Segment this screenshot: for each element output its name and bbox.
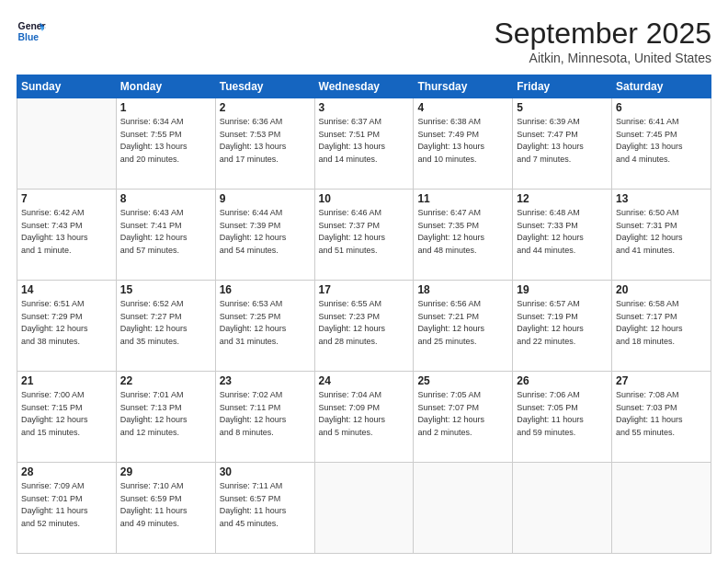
day-number: 22 [120,374,211,387]
day-cell: 16Sunrise: 6:53 AMSunset: 7:25 PMDayligh… [215,281,314,372]
day-info: Sunrise: 6:43 AMSunset: 7:41 PMDaylight:… [120,207,211,257]
day-cell [414,463,513,554]
day-number: 10 [319,192,410,205]
day-info: Sunrise: 6:37 AMSunset: 7:51 PMDaylight:… [319,116,410,166]
day-cell: 9Sunrise: 6:44 AMSunset: 7:39 PMDaylight… [215,190,314,281]
day-cell: 3Sunrise: 6:37 AMSunset: 7:51 PMDaylight… [314,98,414,190]
svg-text:Blue: Blue [18,32,40,42]
day-cell: 28Sunrise: 7:09 AMSunset: 7:01 PMDayligh… [17,463,117,554]
day-cell: 5Sunrise: 6:39 AMSunset: 7:47 PMDaylight… [513,98,612,190]
day-cell: 26Sunrise: 7:06 AMSunset: 7:05 PMDayligh… [513,372,612,463]
day-number: 24 [319,374,410,387]
day-number: 9 [220,192,311,205]
day-cell [612,463,711,554]
day-cell: 1Sunrise: 6:34 AMSunset: 7:55 PMDaylight… [116,98,215,190]
logo-icon: General Blue [17,17,46,46]
day-number: 16 [220,283,311,296]
day-number: 29 [120,465,211,478]
day-info: Sunrise: 7:01 AMSunset: 7:13 PMDaylight:… [120,389,211,439]
day-info: Sunrise: 7:05 AMSunset: 7:07 PMDaylight:… [417,389,508,439]
col-monday: Monday [116,75,215,98]
day-cell [17,98,117,190]
week-row-1: 1Sunrise: 6:34 AMSunset: 7:55 PMDaylight… [17,98,711,190]
main-title: September 2025 [494,17,711,51]
col-saturday: Saturday [612,75,711,98]
day-info: Sunrise: 7:00 AMSunset: 7:15 PMDaylight:… [21,389,112,439]
title-block: September 2025 Aitkin, Minnesota, United… [494,17,711,65]
week-row-3: 14Sunrise: 6:51 AMSunset: 7:29 PMDayligh… [17,281,711,372]
day-cell: 29Sunrise: 7:10 AMSunset: 6:59 PMDayligh… [116,463,215,554]
day-cell: 12Sunrise: 6:48 AMSunset: 7:33 PMDayligh… [513,190,612,281]
day-number: 11 [417,192,508,205]
day-number: 26 [517,374,608,387]
day-number: 7 [21,192,112,205]
day-cell [513,463,612,554]
week-row-4: 21Sunrise: 7:00 AMSunset: 7:15 PMDayligh… [17,372,711,463]
day-info: Sunrise: 6:56 AMSunset: 7:21 PMDaylight:… [417,298,508,348]
day-info: Sunrise: 6:38 AMSunset: 7:49 PMDaylight:… [417,116,508,166]
day-cell: 23Sunrise: 7:02 AMSunset: 7:11 PMDayligh… [215,372,314,463]
day-info: Sunrise: 7:02 AMSunset: 7:11 PMDaylight:… [220,389,311,439]
day-cell: 11Sunrise: 6:47 AMSunset: 7:35 PMDayligh… [414,190,513,281]
day-info: Sunrise: 6:52 AMSunset: 7:27 PMDaylight:… [120,298,211,348]
day-cell: 13Sunrise: 6:50 AMSunset: 7:31 PMDayligh… [612,190,711,281]
day-cell: 20Sunrise: 6:58 AMSunset: 7:17 PMDayligh… [612,281,711,372]
day-info: Sunrise: 7:08 AMSunset: 7:03 PMDaylight:… [616,389,707,439]
day-info: Sunrise: 6:44 AMSunset: 7:39 PMDaylight:… [220,207,311,257]
day-number: 18 [417,283,508,296]
day-cell: 14Sunrise: 6:51 AMSunset: 7:29 PMDayligh… [17,281,117,372]
day-number: 19 [517,283,608,296]
day-number: 17 [319,283,410,296]
day-info: Sunrise: 6:46 AMSunset: 7:37 PMDaylight:… [319,207,410,257]
day-cell: 27Sunrise: 7:08 AMSunset: 7:03 PMDayligh… [612,372,711,463]
day-number: 25 [417,374,508,387]
logo: General Blue [17,17,46,46]
day-info: Sunrise: 6:48 AMSunset: 7:33 PMDaylight:… [517,207,608,257]
day-number: 12 [517,192,608,205]
day-cell: 30Sunrise: 7:11 AMSunset: 6:57 PMDayligh… [215,463,314,554]
day-info: Sunrise: 6:36 AMSunset: 7:53 PMDaylight:… [220,116,311,166]
col-wednesday: Wednesday [314,75,414,98]
day-info: Sunrise: 6:39 AMSunset: 7:47 PMDaylight:… [517,116,608,166]
day-number: 8 [120,192,211,205]
day-cell: 4Sunrise: 6:38 AMSunset: 7:49 PMDaylight… [414,98,513,190]
day-info: Sunrise: 6:34 AMSunset: 7:55 PMDaylight:… [120,116,211,166]
col-tuesday: Tuesday [215,75,314,98]
day-info: Sunrise: 6:42 AMSunset: 7:43 PMDaylight:… [21,207,112,257]
day-info: Sunrise: 7:11 AMSunset: 6:57 PMDaylight:… [220,480,311,530]
page: General Blue September 2025 Aitkin, Minn… [0,0,728,563]
week-row-5: 28Sunrise: 7:09 AMSunset: 7:01 PMDayligh… [17,463,711,554]
day-info: Sunrise: 6:53 AMSunset: 7:25 PMDaylight:… [220,298,311,348]
day-number: 1 [120,101,211,114]
col-sunday: Sunday [17,75,117,98]
day-number: 2 [220,101,311,114]
day-number: 3 [319,101,410,114]
day-info: Sunrise: 6:58 AMSunset: 7:17 PMDaylight:… [616,298,707,348]
day-info: Sunrise: 6:51 AMSunset: 7:29 PMDaylight:… [21,298,112,348]
day-number: 5 [517,101,608,114]
day-cell: 21Sunrise: 7:00 AMSunset: 7:15 PMDayligh… [17,372,117,463]
day-cell: 6Sunrise: 6:41 AMSunset: 7:45 PMDaylight… [612,98,711,190]
day-number: 14 [21,283,112,296]
day-info: Sunrise: 6:47 AMSunset: 7:35 PMDaylight:… [417,207,508,257]
day-info: Sunrise: 7:09 AMSunset: 7:01 PMDaylight:… [21,480,112,530]
day-info: Sunrise: 7:06 AMSunset: 7:05 PMDaylight:… [517,389,608,439]
day-cell: 2Sunrise: 6:36 AMSunset: 7:53 PMDaylight… [215,98,314,190]
calendar-header-row: Sunday Monday Tuesday Wednesday Thursday… [17,75,711,98]
header: General Blue September 2025 Aitkin, Minn… [17,17,711,65]
col-thursday: Thursday [414,75,513,98]
day-number: 20 [616,283,707,296]
day-cell: 7Sunrise: 6:42 AMSunset: 7:43 PMDaylight… [17,190,117,281]
day-cell: 10Sunrise: 6:46 AMSunset: 7:37 PMDayligh… [314,190,414,281]
day-number: 27 [616,374,707,387]
day-number: 28 [21,465,112,478]
week-row-2: 7Sunrise: 6:42 AMSunset: 7:43 PMDaylight… [17,190,711,281]
day-number: 4 [417,101,508,114]
day-cell: 18Sunrise: 6:56 AMSunset: 7:21 PMDayligh… [414,281,513,372]
day-number: 23 [220,374,311,387]
day-info: Sunrise: 6:50 AMSunset: 7:31 PMDaylight:… [616,207,707,257]
day-number: 6 [616,101,707,114]
subtitle: Aitkin, Minnesota, United States [494,51,711,65]
day-number: 15 [120,283,211,296]
day-info: Sunrise: 7:10 AMSunset: 6:59 PMDaylight:… [120,480,211,530]
